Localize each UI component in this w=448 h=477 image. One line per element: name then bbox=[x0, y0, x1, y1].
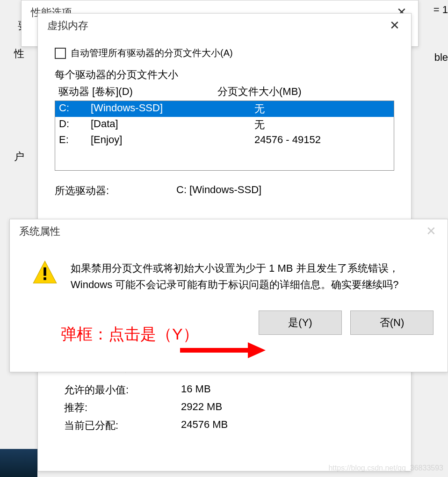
close-icon[interactable]: ✕ bbox=[386, 18, 404, 33]
current-label: 当前已分配: bbox=[64, 419, 181, 433]
taskbar-thumbnail bbox=[0, 449, 37, 477]
drive-row-e[interactable]: E: [Enjoy] 24576 - 49152 bbox=[55, 133, 394, 147]
selected-drive-label: 所选驱动器: bbox=[55, 184, 176, 198]
checkbox-unchecked-icon[interactable] bbox=[55, 48, 66, 59]
selected-drive-row: 所选驱动器: C: [Windows-SSD] bbox=[55, 184, 394, 198]
each-drive-section-label: 每个驱动器的分页文件大小 bbox=[55, 68, 394, 82]
drive-pagefile-size: 无 bbox=[254, 118, 390, 132]
window-title: 虚拟内存 bbox=[47, 19, 88, 33]
no-button[interactable]: 否(N) bbox=[350, 311, 434, 335]
warning-icon bbox=[32, 260, 58, 285]
confirm-message: 如果禁用分页文件或将初始大小设置为少于 1 MB 并且发生了系统错误， Wind… bbox=[71, 260, 399, 293]
drive-list-headers: 驱动器 [卷标](D) 分页文件大小(MB) bbox=[55, 85, 394, 99]
svg-rect-1 bbox=[43, 267, 46, 276]
header-size: 分页文件大小(MB) bbox=[217, 85, 390, 99]
auto-manage-label: 自动管理所有驱动器的分页文件大小(A) bbox=[71, 47, 233, 59]
drive-letter: C: bbox=[59, 102, 91, 116]
auto-manage-checkbox-row[interactable]: 自动管理所有驱动器的分页文件大小(A) bbox=[55, 47, 394, 59]
min-value: 16 MB bbox=[181, 383, 211, 397]
min-label: 允许的最小值: bbox=[64, 383, 181, 397]
close-icon[interactable]: ✕ bbox=[422, 224, 440, 238]
yes-button[interactable]: 是(Y) bbox=[259, 311, 342, 335]
drive-pagefile-size: 24576 - 49152 bbox=[254, 134, 390, 146]
drive-row-c[interactable]: C: [Windows-SSD] 无 bbox=[55, 101, 394, 117]
svg-marker-4 bbox=[248, 342, 266, 358]
watermark: https://blog.csdn.net/qq_36833593 bbox=[328, 464, 443, 472]
header-drive: 驱动器 [卷标](D) bbox=[58, 85, 217, 99]
selected-drive-value: C: [Windows-SSD] bbox=[176, 184, 261, 198]
drive-volume-label: [Windows-SSD] bbox=[91, 102, 254, 116]
drive-pagefile-size: 无 bbox=[254, 102, 390, 116]
bg-text-fragment: 性 bbox=[14, 47, 24, 61]
bg-text-fragment: 户 bbox=[14, 150, 24, 164]
titlebar: 系统属性 ✕ bbox=[10, 219, 448, 243]
drive-letter: D: bbox=[59, 118, 91, 132]
current-value: 24576 MB bbox=[181, 419, 228, 433]
drive-row-d[interactable]: D: [Data] 无 bbox=[55, 117, 394, 133]
drive-list[interactable]: C: [Windows-SSD] 无 D: [Data] 无 E: [Enjoy… bbox=[55, 101, 394, 171]
drive-letter: E: bbox=[59, 134, 91, 146]
annotation-arrow-icon bbox=[178, 339, 267, 362]
bg-text-fragment: ble bbox=[434, 51, 448, 64]
recommended-value: 2922 MB bbox=[181, 401, 222, 415]
bg-text-fragment: = 1 bbox=[434, 4, 448, 16]
titlebar: 虚拟内存 ✕ bbox=[38, 14, 411, 37]
confirm-message-line1: 如果禁用分页文件或将初始大小设置为少于 1 MB 并且发生了系统错误， bbox=[71, 260, 399, 276]
confirm-message-line2: Windows 可能不会记录可能有助于标识问题的详细信息。确实要继续吗? bbox=[71, 276, 399, 293]
recommended-label: 推荐: bbox=[64, 401, 181, 415]
drive-volume-label: [Data] bbox=[91, 118, 254, 132]
dialog-title: 系统属性 bbox=[19, 224, 60, 238]
drive-volume-label: [Enjoy] bbox=[91, 134, 254, 146]
svg-rect-2 bbox=[43, 277, 46, 280]
